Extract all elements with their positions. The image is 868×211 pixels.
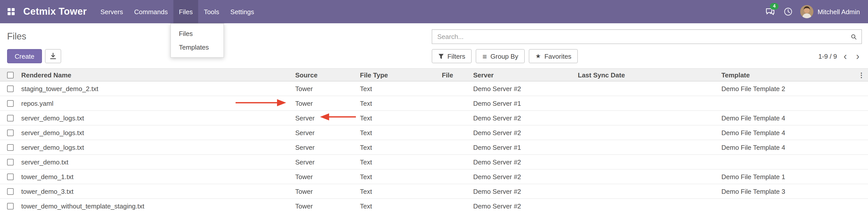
favorites-button[interactable]: ★ Favorites bbox=[529, 49, 578, 63]
top-navbar: Cetmix Tower Servers Commands Files File… bbox=[0, 0, 868, 23]
row-checkbox-cell bbox=[0, 144, 18, 151]
group-by-button[interactable]: ≡ Group By bbox=[476, 49, 525, 63]
row-checkbox-cell bbox=[0, 115, 18, 121]
row-checkbox-cell bbox=[0, 203, 18, 209]
pager: 1-9 / 9 ‹ › bbox=[818, 51, 862, 61]
row-checkbox-cell bbox=[0, 173, 18, 180]
cell-server: Demo Server #1 bbox=[470, 144, 575, 151]
menu-tools[interactable]: Tools bbox=[198, 0, 225, 23]
table-body: staging_tower_demo_2.txtTowerTextDemo Se… bbox=[0, 82, 868, 211]
filters-button[interactable]: Filters bbox=[432, 49, 472, 63]
cell-rendered-name: tower_demo_1.txt bbox=[18, 173, 292, 180]
search-tools: Filters ≡ Group By ★ Favorites 1-9 / 9 ‹… bbox=[432, 49, 862, 63]
row-checkbox[interactable] bbox=[7, 115, 14, 121]
cell-source: Server bbox=[292, 158, 357, 166]
table-row[interactable]: repos.yamlTowerTextDemo Server #1 bbox=[0, 96, 868, 111]
filters-label: Filters bbox=[447, 52, 465, 60]
cell-source: Server bbox=[292, 129, 357, 137]
menu-files-label: Files bbox=[179, 8, 193, 16]
avatar bbox=[800, 5, 813, 18]
cell-source: Server bbox=[292, 114, 357, 122]
cell-server: Demo Server #2 bbox=[470, 187, 575, 195]
search-input[interactable] bbox=[432, 29, 862, 44]
menu-files[interactable]: Files Files Templates bbox=[174, 0, 198, 23]
apps-menu-button[interactable] bbox=[0, 0, 22, 23]
column-header-last-sync-date[interactable]: Last Sync Date bbox=[575, 71, 718, 79]
cell-template: Demo File Template 4 bbox=[718, 129, 855, 137]
cell-file-type: Text bbox=[357, 99, 439, 107]
cell-file-type: Text bbox=[357, 202, 439, 210]
cell-rendered-name: server_demo_logs.txt bbox=[18, 144, 292, 151]
column-header-rendered-name[interactable]: Rendered Name bbox=[18, 71, 292, 79]
column-header-server[interactable]: Server bbox=[470, 71, 575, 79]
cell-server: Demo Server #2 bbox=[470, 202, 575, 210]
row-checkbox-cell bbox=[0, 129, 18, 136]
search-submit-button[interactable] bbox=[848, 31, 860, 43]
create-button[interactable]: Create bbox=[7, 49, 42, 63]
cell-file-type: Text bbox=[357, 114, 439, 122]
menu-settings[interactable]: Settings bbox=[225, 0, 259, 23]
table-row[interactable]: tower_demo_3.txtTowerTextDemo Server #2D… bbox=[0, 184, 868, 199]
user-name: Mitchell Admin bbox=[817, 8, 860, 16]
dropdown-item-templates[interactable]: Templates bbox=[171, 40, 223, 54]
main-menu: Servers Commands Files Files Templates T… bbox=[95, 0, 259, 23]
cell-file-type: Text bbox=[357, 129, 439, 137]
column-header-file-type[interactable]: File Type bbox=[357, 71, 439, 79]
activities-button[interactable] bbox=[779, 0, 797, 23]
table-row[interactable]: server_demo_logs.txtServerTextDemo Serve… bbox=[0, 111, 868, 125]
cell-source: Tower bbox=[292, 187, 357, 195]
cell-template: Demo File Template 4 bbox=[718, 144, 855, 151]
user-menu[interactable]: Mitchell Admin bbox=[797, 5, 863, 18]
row-checkbox[interactable] bbox=[7, 188, 14, 194]
export-button[interactable] bbox=[45, 49, 61, 63]
row-checkbox[interactable] bbox=[7, 203, 14, 209]
column-header-file[interactable]: File bbox=[439, 71, 470, 79]
row-checkbox[interactable] bbox=[7, 85, 14, 92]
cell-server: Demo Server #2 bbox=[470, 173, 575, 180]
table-row[interactable]: tower_demo_without_template_staging.txtT… bbox=[0, 199, 868, 211]
cell-server: Demo Server #2 bbox=[470, 114, 575, 122]
row-checkbox-cell bbox=[0, 100, 18, 107]
app-brand[interactable]: Cetmix Tower bbox=[22, 0, 95, 23]
table-row[interactable]: server_demo_logs.txtServerTextDemo Serve… bbox=[0, 125, 868, 140]
row-checkbox[interactable] bbox=[7, 144, 14, 151]
nav-left: Cetmix Tower Servers Commands Files File… bbox=[0, 0, 259, 23]
row-checkbox[interactable] bbox=[7, 173, 14, 180]
pager-range: 1-9 / 9 bbox=[818, 52, 837, 60]
cell-source: Tower bbox=[292, 202, 357, 210]
pager-previous-button[interactable]: ‹ bbox=[841, 51, 849, 61]
table-row[interactable]: staging_tower_demo_2.txtTowerTextDemo Se… bbox=[0, 82, 868, 96]
column-header-source[interactable]: Source bbox=[292, 71, 357, 79]
cell-template: Demo File Template 4 bbox=[718, 114, 855, 122]
select-all-checkbox[interactable] bbox=[7, 71, 14, 78]
menu-commands[interactable]: Commands bbox=[129, 0, 174, 23]
table-row[interactable]: server_demo_logs.txtServerTextDemo Serve… bbox=[0, 140, 868, 155]
cell-rendered-name: repos.yaml bbox=[18, 99, 292, 107]
table-row[interactable]: server_demo.txtServerTextDemo Server #2 bbox=[0, 155, 868, 170]
star-icon: ★ bbox=[535, 53, 541, 59]
column-header-template[interactable]: Template bbox=[718, 71, 855, 79]
cell-rendered-name: tower_demo_without_template_staging.txt bbox=[18, 202, 292, 210]
row-checkbox[interactable] bbox=[7, 100, 14, 107]
cell-source: Tower bbox=[292, 173, 357, 180]
pager-next-button[interactable]: › bbox=[854, 51, 862, 61]
dropdown-item-files[interactable]: Files bbox=[171, 27, 223, 40]
cell-server: Demo Server #1 bbox=[470, 99, 575, 107]
search-box bbox=[432, 29, 862, 44]
cell-source: Tower bbox=[292, 85, 357, 92]
cell-server: Demo Server #2 bbox=[470, 158, 575, 166]
table-header-row: Rendered Name Source File Type File Serv… bbox=[0, 68, 868, 82]
search-icon bbox=[851, 33, 857, 41]
cell-rendered-name: server_demo_logs.txt bbox=[18, 129, 292, 137]
cell-template: Demo File Template 1 bbox=[718, 173, 855, 180]
cell-rendered-name: server_demo_logs.txt bbox=[18, 114, 292, 122]
cell-source: Server bbox=[292, 144, 357, 151]
row-checkbox-cell bbox=[0, 188, 18, 194]
optional-columns-toggle[interactable]: ⋮ bbox=[855, 71, 868, 79]
row-checkbox[interactable] bbox=[7, 159, 14, 165]
row-checkbox[interactable] bbox=[7, 129, 14, 136]
menu-servers[interactable]: Servers bbox=[95, 0, 129, 23]
table-row[interactable]: tower_demo_1.txtTowerTextDemo Server #2D… bbox=[0, 170, 868, 184]
messages-button[interactable]: 4 bbox=[761, 0, 779, 23]
cell-file-type: Text bbox=[357, 144, 439, 151]
